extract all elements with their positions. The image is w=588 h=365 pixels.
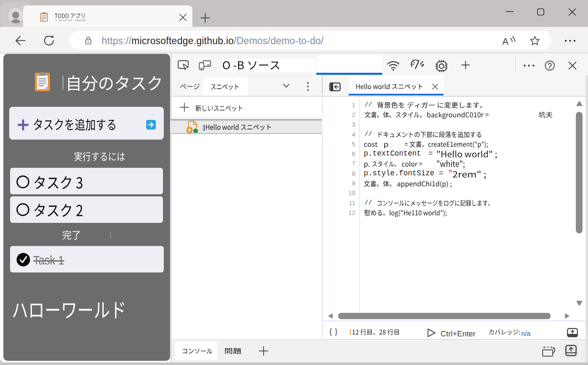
svg-text:A: A: [502, 36, 509, 47]
